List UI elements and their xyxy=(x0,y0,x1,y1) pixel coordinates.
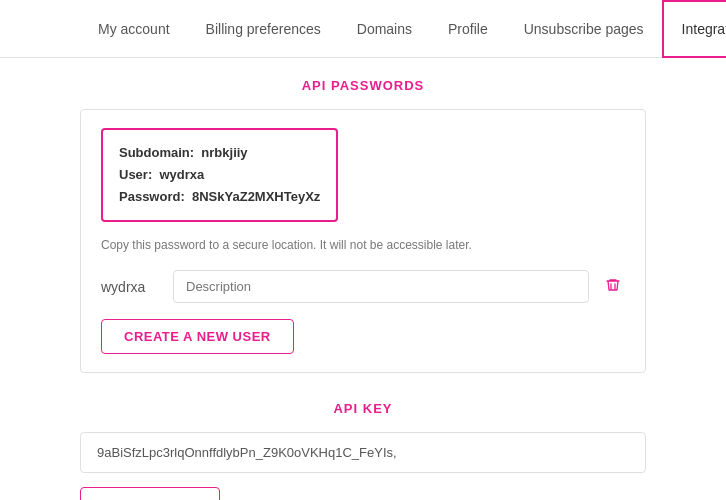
username-label: wydrxa xyxy=(101,279,161,295)
nav-item-profile[interactable]: Profile xyxy=(430,0,506,58)
user-row: wydrxa xyxy=(101,270,625,303)
nav-item-billing-preferences[interactable]: Billing preferences xyxy=(188,0,339,58)
regen-row: REGENERATE Note: All forms that have the… xyxy=(80,487,646,500)
main-nav: My account Billing preferences Domains P… xyxy=(0,0,726,58)
api-key-section: API KEY 9aBiSfzLpc3rlqOnnffdlybPn_Z9K0oV… xyxy=(80,401,646,500)
nav-item-integrations[interactable]: Integrations xyxy=(662,0,726,58)
create-new-user-button[interactable]: CREATE A NEW USER xyxy=(101,319,294,354)
subdomain-line: Subdomain: nrbkjiiy xyxy=(119,142,320,164)
description-input[interactable] xyxy=(173,270,589,303)
nav-item-domains[interactable]: Domains xyxy=(339,0,430,58)
api-key-value: 9aBiSfzLpc3rlqOnnffdlybPn_Z9K0oVKHq1C_Fe… xyxy=(80,432,646,473)
nav-item-my-account[interactable]: My account xyxy=(80,0,188,58)
regenerate-button[interactable]: REGENERATE xyxy=(80,487,220,500)
main-content: API PASSWORDS Subdomain: nrbkjiiy User: … xyxy=(0,58,726,500)
subdomain-value: nrbkjiiy xyxy=(201,145,247,160)
api-passwords-title: API PASSWORDS xyxy=(80,78,646,93)
password-label: Password: xyxy=(119,189,185,204)
user-line: User: wydrxa xyxy=(119,164,320,186)
user-label: User: xyxy=(119,167,152,182)
copy-notice: Copy this password to a secure location.… xyxy=(101,238,625,252)
delete-user-button[interactable] xyxy=(601,273,625,301)
trash-icon xyxy=(605,277,621,293)
api-passwords-card: Subdomain: nrbkjiiy User: wydrxa Passwor… xyxy=(80,109,646,373)
credential-box: Subdomain: nrbkjiiy User: wydrxa Passwor… xyxy=(101,128,338,222)
nav-item-unsubscribe-pages[interactable]: Unsubscribe pages xyxy=(506,0,662,58)
password-value: 8NSkYaZ2MXHTeyXz xyxy=(192,189,320,204)
subdomain-label: Subdomain: xyxy=(119,145,194,160)
password-line: Password: 8NSkYaZ2MXHTeyXz xyxy=(119,186,320,208)
api-key-title: API KEY xyxy=(80,401,646,416)
user-value: wydrxa xyxy=(159,167,204,182)
